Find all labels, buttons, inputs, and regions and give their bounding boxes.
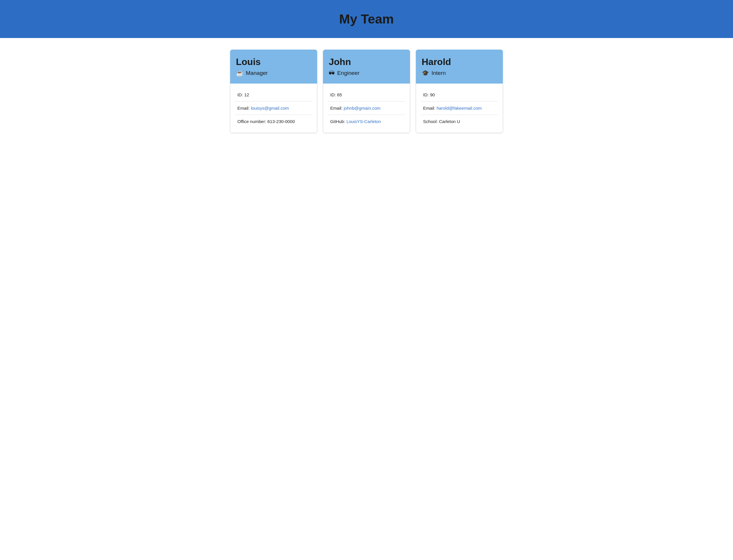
card-header-john: John🕶Engineer [323, 50, 410, 84]
link-john-2[interactable]: LouisYS-Carleton [346, 119, 381, 124]
role-label-louis: Manager [246, 70, 268, 76]
field-harold-0: ID: 90 [421, 88, 498, 102]
field-john-0: ID: 65 [328, 88, 405, 102]
field-louis-0: ID: 12 [235, 88, 312, 102]
field-louis-1: Email: louisys@gmail.com [235, 102, 312, 115]
link-louis-1[interactable]: louisys@gmail.com [251, 106, 289, 111]
team-cards-container: Louis☕ManagerID: 12Email: louisys@gmail.… [0, 50, 733, 144]
card-john: John🕶EngineerID: 65Email: johnb@gmain.co… [323, 50, 410, 133]
card-name-harold: Harold [422, 57, 497, 67]
card-name-louis: Louis [236, 57, 311, 67]
card-role-harold: 🎓Intern [422, 70, 497, 77]
card-name-john: John [329, 57, 404, 67]
role-label-harold: Intern [432, 70, 446, 76]
field-louis-2: Office number: 613-230-0000 [235, 115, 312, 128]
link-harold-1[interactable]: harold@fakeemail.com [436, 106, 482, 111]
page-title: My Team [6, 12, 727, 26]
card-role-john: 🕶Engineer [329, 70, 404, 77]
field-john-2: GitHub: LouisYS-Carleton [328, 115, 405, 128]
card-harold: Harold🎓InternID: 90Email: harold@fakeema… [416, 50, 503, 133]
field-john-1: Email: johnb@gmain.com [328, 102, 405, 115]
role-icon-harold: 🎓 [422, 70, 429, 77]
card-header-louis: Louis☕Manager [230, 50, 317, 84]
card-louis: Louis☕ManagerID: 12Email: louisys@gmail.… [230, 50, 317, 133]
card-header-harold: Harold🎓Intern [416, 50, 503, 84]
role-icon-louis: ☕ [236, 70, 243, 77]
role-icon-john: 🕶 [329, 70, 335, 77]
role-label-john: Engineer [337, 70, 360, 76]
card-role-louis: ☕Manager [236, 70, 311, 77]
field-harold-2: School: Carleton U [421, 115, 498, 128]
link-john-1[interactable]: johnb@gmain.com [344, 106, 380, 111]
card-body-harold: ID: 90Email: harold@fakeemail.comSchool:… [416, 84, 503, 133]
field-harold-1: Email: harold@fakeemail.com [421, 102, 498, 115]
page-header: My Team [0, 0, 733, 38]
card-body-louis: ID: 12Email: louisys@gmail.comOffice num… [230, 84, 317, 133]
card-body-john: ID: 65Email: johnb@gmain.comGitHub: Loui… [323, 84, 410, 133]
